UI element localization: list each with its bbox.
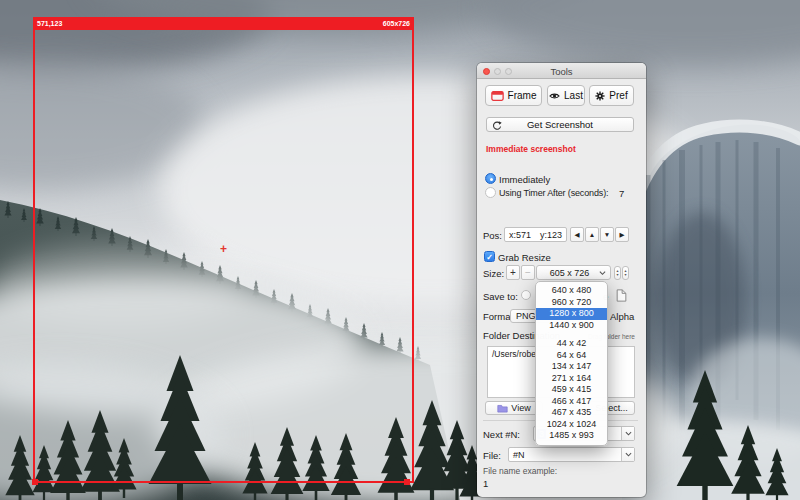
menu-item[interactable]: 960 x 720	[536, 297, 607, 309]
file-combo[interactable]: #N	[508, 447, 635, 462]
selection-info-bar: 571,123 605x726	[34, 18, 413, 30]
file-dropdown-button[interactable]	[621, 448, 634, 461]
pref-button-label: Pref	[609, 90, 627, 101]
size-increase-button[interactable]: +	[506, 265, 520, 280]
file-label: File:	[483, 450, 501, 461]
window-title: Tools	[477, 66, 646, 77]
format-value: PNG	[516, 311, 536, 321]
pos-y-value: y:123	[540, 230, 562, 240]
menu-item[interactable]: 640 x 480	[536, 285, 607, 297]
chevron-down-icon	[625, 431, 632, 436]
pos-label: Pos:	[483, 230, 502, 241]
nudge-down-button[interactable]: ▼	[600, 227, 614, 242]
selection-resize-handle-bottom-right[interactable]	[404, 479, 410, 485]
menu-item[interactable]: 467 x 435	[536, 407, 607, 419]
window-titlebar[interactable]: Tools	[477, 63, 646, 79]
pref-button[interactable]: Pref	[589, 85, 634, 106]
selection-size-label: 605x726	[383, 18, 410, 30]
file-example-label: File name example:	[483, 466, 557, 476]
radio-timer-label: Using Timer After (seconds):	[499, 188, 608, 198]
stepper-pill[interactable]: ▴ ▾	[622, 266, 629, 280]
size-value: 605 x 726	[550, 268, 590, 278]
file-example-value: 1	[483, 478, 488, 489]
get-screenshot-label: Get Screenshot	[527, 119, 593, 130]
status-text: Immediate screenshot	[486, 144, 576, 154]
selection-resize-handle-bottom-left[interactable]	[32, 479, 38, 485]
plus-icon: +	[510, 267, 516, 278]
menu-item[interactable]: 459 x 415	[536, 384, 607, 396]
menu-item[interactable]: 1485 x 993	[536, 430, 607, 442]
save-to-label: Save to:	[483, 291, 518, 302]
menu-group-separator	[536, 331, 607, 338]
chevron-down-icon	[625, 452, 632, 457]
next-n-label: Next #N:	[483, 429, 520, 440]
eye-icon	[549, 92, 560, 100]
radio-timer-control[interactable]	[485, 187, 496, 198]
menu-item[interactable]: 134 x 147	[536, 361, 607, 373]
size-combo[interactable]: 605 x 726	[536, 265, 611, 280]
refresh-icon	[492, 121, 502, 131]
gear-icon	[595, 91, 605, 101]
grab-resize-checkbox[interactable]: ✓	[484, 251, 495, 262]
desktop: 571,123 605x726 + Tools Frame	[0, 0, 800, 500]
radio-immediately[interactable]: Immediately	[477, 173, 646, 185]
stepper-pill[interactable]: ▴ ▾	[614, 266, 621, 280]
folder-path: /Users/robe	[492, 349, 536, 359]
menu-item[interactable]: 44 x 42	[536, 338, 607, 350]
size-decrease-button[interactable]: −	[521, 265, 535, 280]
check-icon: ✓	[486, 253, 493, 262]
caret-down-icon: ▾	[616, 273, 618, 277]
size-stepper[interactable]: ▴ ▾ ▴ ▾	[614, 266, 629, 280]
selection-rectangle[interactable]: 571,123 605x726 +	[33, 17, 414, 483]
arrow-up-icon: ▲	[589, 231, 595, 238]
nudge-right-button[interactable]: ▶	[615, 227, 629, 242]
timer-value: 7	[619, 188, 624, 199]
nudge-up-button[interactable]: ▲	[585, 227, 599, 242]
arrow-left-icon: ◀	[575, 231, 580, 239]
menu-item[interactable]: 64 x 64	[536, 350, 607, 362]
selection-position-label: 571,123	[37, 18, 62, 30]
nudge-left-button[interactable]: ◀	[570, 227, 584, 242]
chevron-down-icon	[599, 270, 606, 275]
menu-item[interactable]: 1024 x 1024	[536, 419, 607, 431]
minus-icon: −	[525, 267, 531, 278]
menu-item[interactable]: 1440 x 900	[536, 320, 607, 332]
caret-down-icon: ▾	[624, 273, 626, 277]
radio-immediately-control[interactable]	[485, 173, 496, 184]
pos-field[interactable]: x:571 y:123	[504, 227, 567, 242]
save-to-radio[interactable]	[521, 290, 531, 300]
file-value: #N	[513, 450, 525, 460]
last-button[interactable]: Last	[547, 85, 585, 106]
menu-item[interactable]: 271 x 164	[536, 373, 607, 385]
frame-icon	[491, 91, 504, 101]
last-button-label: Last	[564, 90, 583, 101]
document-icon[interactable]	[616, 289, 627, 302]
menu-item-selected[interactable]: 1280 x 800	[536, 308, 607, 320]
grab-resize-label: Grab Resize	[498, 252, 551, 263]
pos-x-value: x:571	[509, 230, 531, 240]
grab-resize-row[interactable]: ✓ Grab Resize	[477, 251, 646, 263]
folder-icon	[497, 404, 508, 413]
arrow-down-icon: ▼	[604, 231, 610, 238]
selection-center-marker-icon: +	[220, 242, 227, 256]
size-dropdown-menu: 640 x 480 960 x 720 1280 x 800 1440 x 90…	[535, 281, 608, 446]
radio-timer[interactable]: Using Timer After (seconds): 7	[477, 187, 646, 199]
frame-button-label: Frame	[508, 90, 537, 101]
view-button-label: View	[511, 403, 530, 413]
frame-button[interactable]: Frame	[485, 85, 542, 106]
alpha-label: Alpha	[610, 311, 634, 322]
arrow-right-icon: ▶	[620, 231, 625, 239]
menu-item[interactable]: 466 x 417	[536, 396, 607, 408]
get-screenshot-button[interactable]: Get Screenshot	[486, 117, 634, 132]
next-n-dropdown-button[interactable]	[621, 427, 634, 440]
size-label: Size:	[483, 268, 504, 279]
radio-immediately-label: Immediately	[499, 174, 550, 185]
